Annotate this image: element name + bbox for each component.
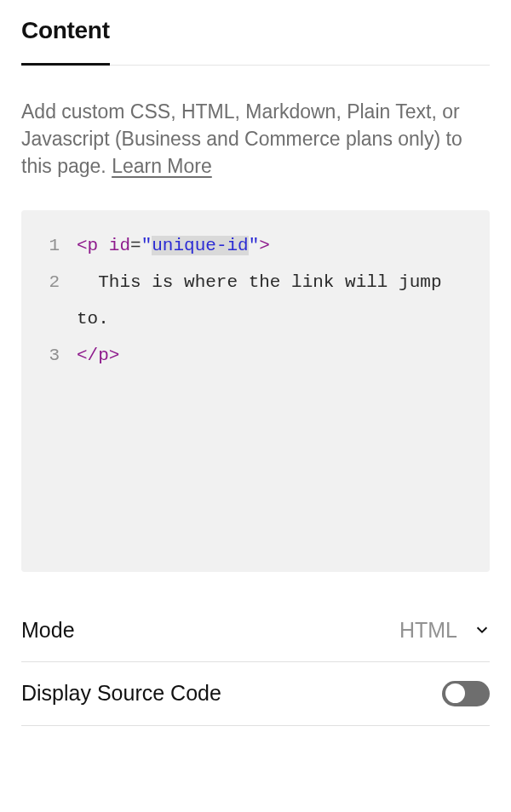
code-line: 1<p id="unique-id"> [30,227,473,264]
code-line: 2 This is where the link will jump to. [30,264,473,337]
mode-value-group: HTML [399,618,490,643]
line-content: This is where the link will jump to. [77,264,473,337]
display-source-row: Display Source Code [21,662,490,726]
mode-label: Mode [21,618,75,643]
chevron-down-icon [474,622,490,638]
code-editor[interactable]: 1<p id="unique-id">2 This is where the l… [21,210,490,572]
line-number: 1 [30,227,77,264]
learn-more-link[interactable]: Learn More [112,155,212,177]
line-number: 3 [30,337,77,374]
tab-content[interactable]: Content [21,17,110,66]
mode-row[interactable]: Mode HTML [21,599,490,662]
line-content: </p> [77,337,473,374]
display-source-toggle[interactable] [442,681,490,706]
line-content: <p id="unique-id"> [77,227,473,264]
tab-bar: Content [21,17,490,66]
description-body: Add custom CSS, HTML, Markdown, Plain Te… [21,100,462,177]
code-line: 3</p> [30,337,473,374]
display-source-label: Display Source Code [21,681,221,706]
mode-value: HTML [399,618,457,643]
description-text: Add custom CSS, HTML, Markdown, Plain Te… [21,98,490,180]
line-number: 2 [30,264,77,337]
